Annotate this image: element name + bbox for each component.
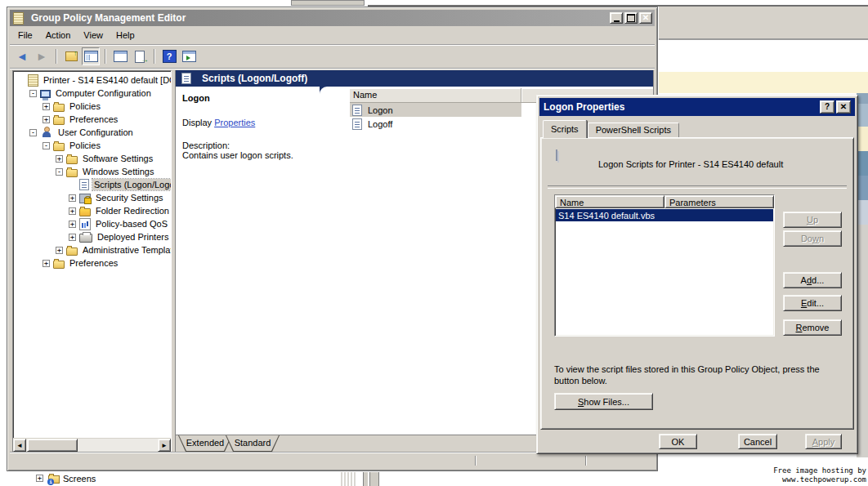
cancel-button[interactable]: Cancel [738, 434, 777, 449]
down-button[interactable]: Down [783, 230, 842, 247]
tab-standard[interactable]: Standard [226, 435, 280, 452]
add-button[interactable]: Add... [783, 272, 842, 288]
apply-button[interactable]: Apply [805, 434, 842, 449]
up-one-level-icon[interactable] [62, 47, 80, 65]
name-column-header[interactable]: Name [350, 88, 521, 102]
tree-item-label[interactable]: Windows Settings [81, 166, 155, 177]
parameters-column-header[interactable]: Parameters [664, 195, 774, 208]
ok-button[interactable]: OK [659, 434, 697, 449]
name-column-header[interactable]: Name [555, 195, 664, 208]
scroll-right-arrow[interactable]: ► [158, 439, 171, 452]
properties-link[interactable]: Properties [214, 118, 255, 127]
tree-item-user-configuration[interactable]: - User Configuration [13, 126, 171, 139]
tree-item-preferences[interactable]: + Preferences [13, 113, 171, 126]
edit-button[interactable]: Edit... [783, 295, 842, 311]
help-icon[interactable]: ? [160, 47, 178, 65]
tree-item-security-settings[interactable]: + Security Settings [13, 191, 171, 204]
tab-extended-label[interactable]: Extended [178, 435, 232, 452]
tree-toggle[interactable]: + [43, 260, 50, 267]
tree-item-label[interactable]: Policies [68, 140, 102, 151]
up-button[interactable]: Up [783, 212, 842, 228]
tree-item-user-policies[interactable]: - Policies [13, 139, 171, 152]
dialog-close-button[interactable]: ✕ [836, 100, 851, 114]
toolbar-separator [154, 49, 155, 64]
tree-toggle[interactable]: + [43, 116, 50, 123]
maximize-button[interactable] [624, 12, 638, 24]
tree-toggle[interactable]: + [43, 103, 50, 110]
tree-toggle[interactable]: + [56, 155, 63, 163]
list-item-label[interactable]: Logoff [365, 119, 395, 129]
watermark: Free image hosting by www.techpowerup.co… [773, 466, 866, 484]
tree-item-label[interactable]: Software Settings [81, 153, 154, 164]
tree-item-label[interactable]: Scripts (Logon/Logo [92, 179, 171, 190]
tree-item-scripts-logon-logoff[interactable]: Scripts (Logon/Logo [13, 178, 171, 191]
tree-item-folder-redirection[interactable]: + Folder Redirection [13, 204, 171, 217]
scroll-left-arrow[interactable]: ◄ [13, 439, 26, 452]
tree-item-user-preferences[interactable]: + Preferences [13, 256, 171, 270]
tree-toggle[interactable]: - [43, 142, 50, 149]
tree-horizontal-scrollbar[interactable]: ◄ ► [13, 438, 171, 452]
tree-item-label[interactable]: Deployed Printers [96, 231, 170, 243]
tree-item-policies[interactable]: + Policies [13, 100, 171, 113]
scrollbar-track[interactable] [78, 439, 158, 452]
tree-toggle[interactable]: - [29, 129, 37, 136]
tree-item-label[interactable]: Computer Configuration [54, 87, 153, 99]
minimize-button[interactable] [610, 12, 623, 24]
list-item-label[interactable]: Logon [365, 105, 396, 115]
tree-toggle[interactable]: + [69, 194, 76, 202]
tree-item-label[interactable]: Policy-based QoS [94, 218, 169, 230]
show-console-tree-icon[interactable] [82, 47, 100, 65]
menu-view[interactable]: View [77, 28, 110, 42]
menu-help[interactable]: Help [110, 28, 141, 42]
tree-item-windows-settings[interactable]: - Windows Settings [13, 165, 171, 178]
tree-item-gpo-root[interactable]: Printer - S14 ES4140 default [DC2. [13, 74, 171, 87]
dialog-help-button[interactable]: ? [820, 100, 834, 114]
tree-item-label[interactable]: Preferences [68, 257, 119, 269]
tree-toggle[interactable]: + [69, 221, 76, 228]
tree-toggle[interactable]: + [69, 234, 76, 241]
tree-item-policy-based-qos[interactable]: + Policy-based QoS [13, 217, 171, 230]
tab-scripts[interactable]: Scripts [543, 120, 587, 138]
window-titlebar[interactable]: Group Policy Management Editor ✕ [10, 10, 655, 26]
toolbar-separator [56, 49, 57, 64]
tab-extended[interactable]: Extended [178, 435, 232, 452]
tree-item-label[interactable]: Folder Redirection [94, 205, 171, 216]
tree-item-label[interactable]: Administrative Templat [81, 244, 171, 256]
script-list[interactable]: Name Parameters S14 ES4140 default.vbs [554, 194, 775, 337]
back-icon[interactable]: ◄ [13, 47, 31, 65]
tab-standard-label[interactable]: Standard [226, 435, 280, 452]
tree-toggle[interactable]: + [36, 475, 43, 482]
forward-icon[interactable]: ► [33, 47, 51, 65]
close-button[interactable]: ✕ [639, 12, 652, 24]
tree-toggle[interactable]: + [69, 207, 76, 215]
tree-item-administrative-templates[interactable]: + Administrative Templat [13, 243, 171, 256]
screens-label[interactable]: Screens [63, 474, 96, 484]
script-name-cell[interactable]: S14 ES4140 default.vbs [558, 211, 655, 221]
new-window-icon[interactable] [180, 47, 198, 65]
tree-item-label[interactable]: Printer - S14 ES4140 default [DC2. [42, 74, 171, 86]
export-list-icon[interactable] [131, 47, 149, 65]
tree-toggle[interactable]: - [29, 90, 37, 97]
tree-item-deployed-printers[interactable]: + Deployed Printers [13, 230, 171, 243]
menu-file[interactable]: File [11, 28, 39, 42]
menu-action[interactable]: Action [39, 28, 78, 42]
script-list-row[interactable]: S14 ES4140 default.vbs [556, 209, 773, 221]
tree-item-computer-configuration[interactable]: - Computer Configuration [13, 87, 171, 100]
list-item-logon[interactable]: Logon [350, 103, 521, 117]
remove-button[interactable]: Remove [783, 319, 842, 336]
status-bar-divider [475, 456, 477, 466]
screens-tree-item[interactable]: + Screens [36, 473, 96, 484]
show-files-button[interactable]: Show Files... [554, 393, 653, 410]
tree-item-software-settings[interactable]: + Software Settings [13, 152, 171, 165]
tree-item-label[interactable]: Policies [68, 100, 102, 112]
tree-toggle[interactable]: - [56, 168, 63, 176]
help-glyph: ? [163, 50, 177, 63]
scrollbar-thumb[interactable] [27, 439, 78, 452]
tab-powershell-scripts[interactable]: PowerShell Scripts [588, 123, 679, 137]
tree-item-label[interactable]: User Configuration [56, 127, 135, 138]
dialog-titlebar[interactable]: Logon Properties ? ✕ [539, 98, 855, 116]
properties-window-icon[interactable] [111, 47, 129, 65]
tree-item-label[interactable]: Preferences [68, 114, 119, 125]
tree-toggle[interactable]: + [56, 247, 63, 254]
tree-item-label[interactable]: Security Settings [94, 192, 165, 203]
